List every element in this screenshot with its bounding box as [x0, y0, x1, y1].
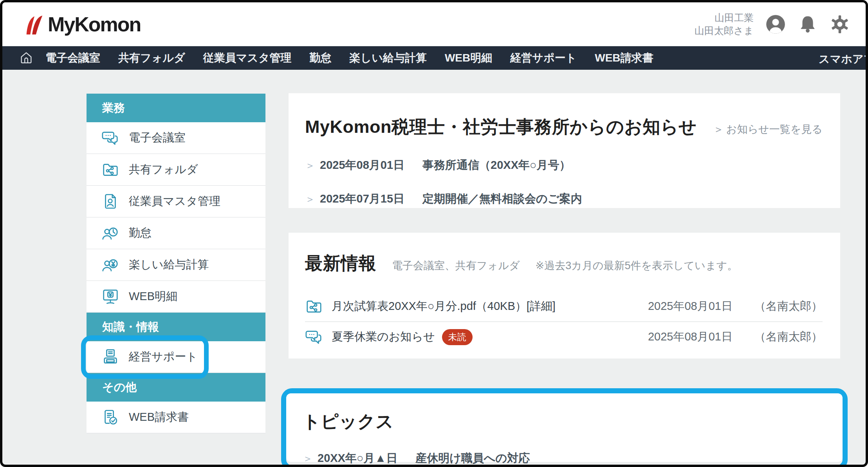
sidebar-item-label: WEB明細: [129, 289, 177, 304]
latest-row-author: （名南太郎）: [754, 299, 823, 314]
notice-item-text: 定期開催／無料相談会のご案内: [422, 191, 582, 207]
latest-panel-title: 最新情報: [305, 252, 376, 275]
mykomon-logo[interactable]: MyKomon: [23, 13, 141, 36]
latest-row-text[interactable]: 月次試算表20XX年○月分.pdf（40KB）[詳細]: [332, 299, 556, 314]
person-clock-icon: [101, 224, 119, 242]
nav-item-denshi-kaigishitsu[interactable]: 電子会議室: [45, 51, 100, 65]
sidebar-item-label: 電子会議室: [129, 130, 186, 146]
account-icon[interactable]: [765, 14, 786, 34]
main-navbar: 電子会議室 共有フォルダ 従業員マスタ管理 勤怠 楽しい給与計算 WEB明細 経…: [2, 46, 866, 70]
sidebar-item-kyoyu-folder[interactable]: 共有フォルダ: [87, 154, 265, 186]
notice-panel-title: MyKomon税理士・社労士事務所からのお知らせ: [305, 115, 697, 139]
sidebar-item-label: 経営サポート: [129, 349, 198, 365]
chat-icon: [101, 129, 119, 147]
home-icon[interactable]: [19, 51, 34, 65]
nav-item-web-meisai[interactable]: WEB明細: [445, 51, 492, 65]
latest-row-author: （名南太郎）: [754, 329, 823, 345]
topics-item[interactable]: ＞ 20XX年○月▲日 産休明け職員への対応: [303, 451, 825, 466]
invoice-check-icon: [101, 408, 119, 426]
notice-item[interactable]: ＞ 2025年07月15日 定期開催／無料相談会のご案内: [305, 191, 823, 207]
nav-item-kintai[interactable]: 勤怠: [310, 51, 332, 65]
shared-folder-icon: [101, 161, 119, 179]
chevron-right-icon: ＞: [713, 123, 724, 135]
chat-icon: [305, 328, 323, 346]
latest-panel-subtitle: 電子会議室、共有フォルダ: [392, 259, 520, 273]
sidebar-item-label: 共有フォルダ: [129, 162, 198, 177]
unread-badge: 未読: [442, 329, 473, 345]
nav-item-keiei-support[interactable]: 経営サポート: [510, 51, 577, 65]
sidebar-item-web-seikyusho[interactable]: WEB請求書: [87, 402, 265, 433]
printer-doc-icon: [101, 348, 119, 366]
sidebar: 業務 電子会議室 共有フォルダ: [87, 94, 265, 433]
sidebar-item-keiei-support[interactable]: 経営サポート: [87, 341, 265, 373]
monitor-yen-icon: [101, 288, 119, 306]
notice-panel: MyKomon税理士・社労士事務所からのお知らせ ＞お知らせ一覧を見る ＞ 20…: [289, 93, 840, 208]
nav-item-smartphone-app[interactable]: スマホアプリ: [819, 52, 868, 67]
topics-item-date: 20XX年○月▲日: [318, 451, 397, 466]
notification-bell-icon[interactable]: [798, 14, 818, 34]
sidebar-item-kyuyo-keisan[interactable]: 楽しい給与計算: [87, 249, 265, 281]
latest-row-date: 2025年08月01日: [648, 329, 733, 345]
notice-list-link[interactable]: ＞お知らせ一覧を見る: [713, 122, 823, 136]
shared-folder-icon: [305, 297, 323, 315]
sidebar-item-web-meisai[interactable]: WEB明細: [87, 281, 265, 313]
latest-info-panel: 最新情報 電子会議室、共有フォルダ ※過去3カ月の最新5件を表示しています。 月…: [289, 233, 840, 358]
user-name: 山田太郎さま: [695, 24, 754, 37]
sidebar-item-denshi-kaigishitsu[interactable]: 電子会議室: [87, 122, 265, 154]
screenshot-frame: MyKomon 山田工業 山田太郎さま: [0, 0, 868, 467]
latest-panel-note: ※過去3カ月の最新5件を表示しています。: [536, 259, 738, 273]
employee-card-icon: [101, 192, 119, 210]
chevron-right-icon: ＞: [303, 452, 313, 465]
settings-gear-icon[interactable]: [830, 14, 850, 34]
person-yen-icon: [101, 256, 119, 274]
sidebar-item-label: 従業員マスタ管理: [129, 194, 220, 209]
sidebar-item-label: WEB請求書: [129, 409, 189, 425]
sidebar-section-sonota: その他: [87, 373, 265, 402]
sidebar-item-label: 勤怠: [129, 225, 152, 241]
chevron-right-icon: ＞: [305, 192, 315, 206]
sidebar-section-gyomu: 業務: [87, 94, 265, 122]
user-info: 山田工業 山田太郎さま: [695, 11, 754, 37]
sidebar-section-chishiki-joho: 知識・情報: [87, 313, 265, 341]
sidebar-item-jugyoin-master[interactable]: 従業員マスタ管理: [87, 186, 265, 217]
mykomon-logo-mark: [23, 13, 45, 36]
topics-panel: トピックス ＞ 20XX年○月▲日 産休明け職員への対応: [286, 393, 843, 462]
latest-row-file[interactable]: 月次試算表20XX年○月分.pdf（40KB）[詳細] 2025年08月01日 …: [305, 291, 823, 322]
sidebar-item-label: 楽しい給与計算: [129, 257, 209, 273]
logo-brand-text: MyKomon: [48, 13, 141, 36]
topics-item-text: 産休明け職員への対応: [415, 451, 530, 466]
latest-row-text[interactable]: 夏季休業のお知らせ: [332, 329, 435, 345]
company-name: 山田工業: [695, 11, 754, 24]
nav-item-kyuyo-keisan[interactable]: 楽しい給与計算: [350, 51, 427, 65]
notice-item[interactable]: ＞ 2025年08月01日 事務所通信（20XX年○月号）: [305, 157, 823, 173]
notice-item-text: 事務所通信（20XX年○月号）: [422, 157, 570, 173]
topics-panel-title: トピックス: [303, 410, 394, 433]
nav-item-web-seikyusho[interactable]: WEB請求書: [595, 51, 653, 65]
notice-item-date: 2025年08月01日: [320, 157, 404, 173]
latest-row-date: 2025年08月01日: [648, 299, 733, 314]
nav-item-jugyoin-master[interactable]: 従業員マスタ管理: [203, 51, 292, 65]
chevron-right-icon: ＞: [305, 159, 315, 172]
latest-row-message[interactable]: 夏季休業のお知らせ 未読 2025年08月01日 （名南太郎）: [305, 322, 823, 352]
nav-item-kyoyu-folder[interactable]: 共有フォルダ: [118, 51, 185, 65]
sidebar-item-kintai[interactable]: 勤怠: [87, 217, 265, 249]
notice-item-date: 2025年07月15日: [320, 191, 404, 207]
top-header: MyKomon 山田工業 山田太郎さま: [2, 2, 866, 46]
